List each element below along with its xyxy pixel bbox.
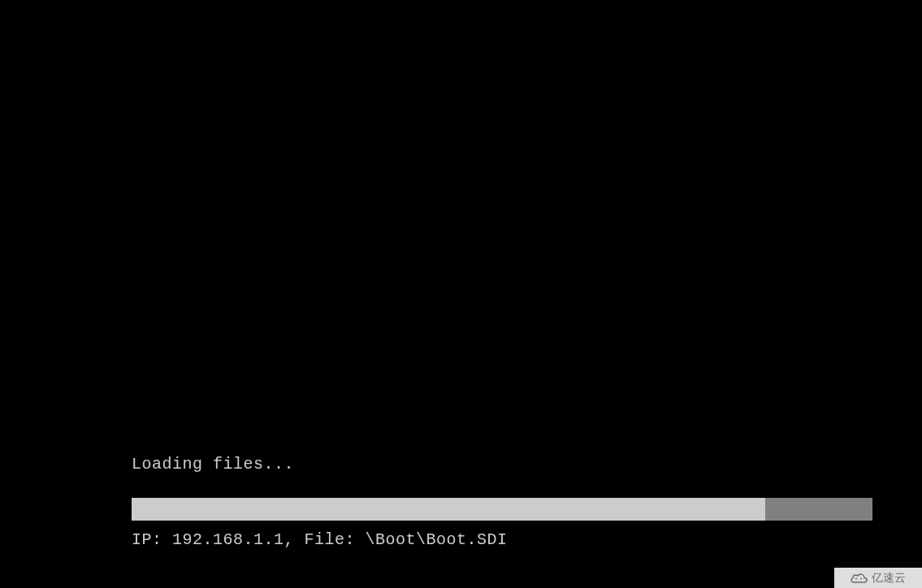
- svg-point-1: [860, 577, 862, 579]
- boot-status-text: IP: 192.168.1.1, File: \Boot\Boot.SDI: [132, 530, 872, 549]
- loading-label: Loading files...: [132, 455, 872, 473]
- progress-bar-fill: [132, 498, 765, 521]
- svg-point-0: [855, 577, 857, 579]
- progress-bar: [132, 498, 872, 521]
- watermark-badge: 亿速云: [834, 568, 922, 588]
- cloud-icon: [851, 573, 868, 584]
- boot-loader-panel: Loading files... IP: 192.168.1.1, File: …: [132, 455, 872, 549]
- watermark-text: 亿速云: [872, 571, 906, 586]
